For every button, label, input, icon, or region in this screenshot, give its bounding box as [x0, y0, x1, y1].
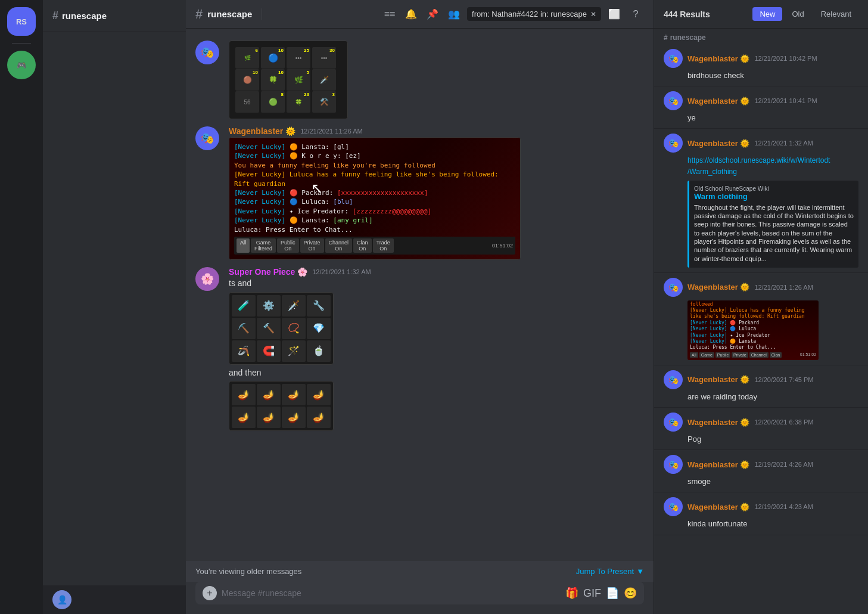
- result-avatar-6: 🎭: [664, 413, 683, 432]
- game-tab-clan: ClanOn: [353, 238, 372, 253]
- chat-input-wrapper: + 🎁 GIF 📄 😊: [195, 582, 644, 604]
- gift-icon[interactable]: 🎁: [565, 587, 578, 600]
- inv-slot: 🍀10: [261, 69, 285, 91]
- channel-header: # runescape: [43, 0, 186, 32]
- inv-slot: 🌿5: [287, 69, 310, 91]
- result-avatar-4: 🎭: [664, 278, 683, 297]
- result-meta-5: 🎭 Wagenblaster 🌞 12/20/2021 7:45 PM: [664, 370, 858, 389]
- inv-slot-lamp: 🪔: [282, 407, 306, 428]
- chat-line-1: [Never Lucky] 🟠 Lansta: [gl]: [234, 142, 515, 151]
- search-channel-label: # runescape: [654, 29, 868, 44]
- chat-input-icons: 🎁 GIF 📄 😊: [565, 587, 637, 600]
- result-meta-3: 🎭 Wagenblaster 🌞 12/21/2021 1:32 AM: [664, 134, 858, 153]
- add-attachment-btn[interactable]: +: [203, 586, 217, 600]
- inv-slot-sop: 💎: [307, 318, 331, 339]
- search-result-8[interactable]: 🎭 Wagenblaster 🌞 12/19/2021 4:23 AM kind…: [654, 492, 868, 535]
- search-results-list: 🎭 Wagenblaster 🌞 12/21/2021 10:42 PM bir…: [654, 44, 868, 614]
- inventory-image-top: 🌿6 🔵10 •••25 •••30 🟤10 🍀10 🌿5 🗡️ 56 🟢8 🍀…: [229, 41, 348, 119]
- game-tab-public: PublicOn: [277, 238, 299, 253]
- inv-slot-lamp: 🪔: [257, 384, 281, 405]
- search-bar[interactable]: from: Nathan#4422 in: runescape ✕: [467, 7, 601, 21]
- inv-slot: 🍀23: [287, 91, 310, 113]
- result-meta-1: 🎭 Wagenblaster 🌞 12/21/2021 10:42 PM: [664, 49, 858, 68]
- inventory-grid-sop-2: 🪔 🪔 🪔 🪔 🪔 🪔 🪔 🪔: [229, 381, 334, 431]
- result-embed-3: Old School RuneScape Wiki Warm clothing …: [687, 181, 858, 268]
- inv-slot-sop: 📿: [282, 318, 306, 339]
- inv-slot-sop: 🔨: [257, 318, 281, 339]
- search-result-4[interactable]: 🎭 Wagenblaster 🌞 12/21/2021 1:26 AM [Nev…: [654, 273, 868, 365]
- result-meta-2: 🎭 Wagenblaster 🌞 12/21/2021 10:41 PM: [664, 91, 858, 110]
- inv-slot-sop: 🧪: [232, 295, 256, 317]
- sticker-icon[interactable]: 📄: [606, 587, 619, 600]
- result-link-3[interactable]: https://oldschool.runescape.wiki/w/Winte…: [687, 156, 830, 175]
- result-avatar-1: 🎭: [664, 49, 683, 68]
- chat-line-7: [Never Lucky] ✦ Ice Predator: [zzzzzzzzz…: [234, 207, 515, 216]
- gif-icon[interactable]: GIF: [583, 587, 601, 600]
- search-result-6[interactable]: 🎭 Wagenblaster 🌞 12/20/2021 6:38 PM Pog: [654, 408, 868, 450]
- chat-header: # runescape ≡≡ 🔔 📌 👥 from: Nathan#4422 i…: [186, 0, 654, 29]
- inv-slot: •••25: [287, 47, 310, 69]
- inv-slot-lamp: 🪔: [307, 384, 331, 405]
- game-screenshot-image: ↖ [Never Lucky] 🟠 Lansta: [gl] [Never Lu…: [229, 137, 521, 260]
- main-chat: # runescape ≡≡ 🔔 📌 👥 from: Nathan#4422 i…: [186, 0, 654, 614]
- result-text-1: birdhouse check: [664, 70, 858, 81]
- search-close-btn[interactable]: ✕: [590, 10, 596, 18]
- search-panel: 444 Results New Old Relevant # runescape…: [654, 0, 868, 614]
- filter-tab-new[interactable]: New: [752, 7, 782, 21]
- inv-slot: ⚒️3: [312, 91, 336, 113]
- result-timestamp-6: 12/20/2021 6:38 PM: [754, 418, 813, 426]
- server-icon-runescape[interactable]: RS: [7, 7, 36, 36]
- cursor-icon: ↖: [311, 180, 323, 197]
- older-messages-text: You're viewing older messages: [195, 567, 301, 576]
- search-result-3[interactable]: 🎭 Wagenblaster 🌞 12/21/2021 1:32 AM http…: [654, 129, 868, 272]
- author-wagenblaster-ss: Wagenblaster 🌞: [229, 126, 295, 136]
- search-result-7[interactable]: 🎭 Wagenblaster 🌞 12/19/2021 4:26 AM smog…: [654, 450, 868, 492]
- s-chat-8: [Never Lucky] 🟠 Lansta: [690, 339, 816, 345]
- channel-sidebar: # runescape 👤: [43, 0, 186, 614]
- filter-tab-relevant[interactable]: Relevant: [814, 7, 858, 21]
- members-icon[interactable]: 👥: [446, 6, 462, 23]
- pin-icon[interactable]: 📌: [424, 6, 441, 23]
- screenshot-inner: ↖ [Never Lucky] 🟠 Lansta: [gl] [Never Lu…: [229, 138, 520, 259]
- game-bottom-bar: All GameFiltered PublicOn PrivateOn Chan…: [234, 237, 515, 255]
- filter-tab-old[interactable]: Old: [785, 7, 811, 21]
- s-tab-public: Public: [715, 352, 730, 358]
- inv-slot-sop: 🔧: [307, 295, 331, 317]
- result-meta-6: 🎭 Wagenblaster 🌞 12/20/2021 6:38 PM: [664, 413, 858, 432]
- search-hash-icon: #: [664, 33, 668, 42]
- search-result-1[interactable]: 🎭 Wagenblaster 🌞 12/21/2021 10:42 PM bir…: [654, 44, 868, 86]
- result-author-2: Wagenblaster 🌞: [687, 97, 749, 106]
- s-tab-clan: Clan: [770, 352, 782, 358]
- server-icon-1[interactable]: 🎮: [7, 51, 36, 79]
- help-icon[interactable]: ?: [627, 6, 644, 23]
- s-chat-6: [Never Lucky] 🔵 Luluca: [690, 326, 816, 332]
- search-bottom-bar-4: All Game Public Private Channel Clan 01:…: [690, 352, 816, 358]
- jump-to-present-btn[interactable]: Jump To Present ▼: [576, 567, 644, 576]
- channel-hash-header: #: [195, 7, 203, 22]
- threads-icon[interactable]: ≡≡: [381, 6, 398, 23]
- search-result-5[interactable]: 🎭 Wagenblaster 🌞 12/20/2021 7:45 PM are …: [654, 365, 868, 408]
- result-timestamp-3: 12/21/2021 1:32 AM: [754, 139, 813, 147]
- embed-desc-3: Throughout the fight, the player will ta…: [694, 203, 854, 263]
- result-author-7: Wagenblaster 🌞: [687, 460, 749, 469]
- s-chat-7: [Never Lucky] ✦ Ice Predator: [690, 333, 816, 339]
- message-meta-ss: Wagenblaster 🌞 12/21/2021 11:26 AM: [229, 126, 644, 136]
- timestamp-ss: 12/21/2021 11:26 AM: [300, 128, 363, 135]
- s-chat-4: [Never Lucky] Luluca has a funny feeling…: [690, 308, 816, 320]
- result-avatar-5: 🎭: [664, 370, 683, 389]
- older-messages-bar: You're viewing older messages Jump To Pr…: [186, 561, 654, 582]
- header-icons: ≡≡ 🔔 📌 👥 from: Nathan#4422 in: runescape…: [381, 6, 644, 23]
- inv-slot-sop: 🪄: [282, 340, 306, 362]
- emoji-icon[interactable]: 😊: [624, 587, 637, 600]
- message-group-screenshot: 🎭 Wagenblaster 🌞 12/21/2021 11:26 AM ↖: [186, 124, 654, 262]
- chat-line-8: [Never Lucky] 🟠 Lansta: [any gril]: [234, 216, 515, 225]
- inbox-icon[interactable]: ⬜: [606, 6, 623, 23]
- bell-icon[interactable]: 🔔: [403, 6, 419, 23]
- inv-slot-lamp: 🪔: [257, 407, 281, 428]
- s-tab-private: Private: [732, 352, 748, 358]
- result-timestamp-8: 12/19/2021 4:23 AM: [754, 503, 813, 510]
- search-result-2[interactable]: 🎭 Wagenblaster 🌞 12/21/2021 10:41 PM ye: [654, 86, 868, 129]
- chat-line-3: You have a funny feeling like you're bei…: [234, 161, 515, 170]
- channel-hash-icon: #: [52, 10, 58, 22]
- message-input[interactable]: [222, 582, 561, 604]
